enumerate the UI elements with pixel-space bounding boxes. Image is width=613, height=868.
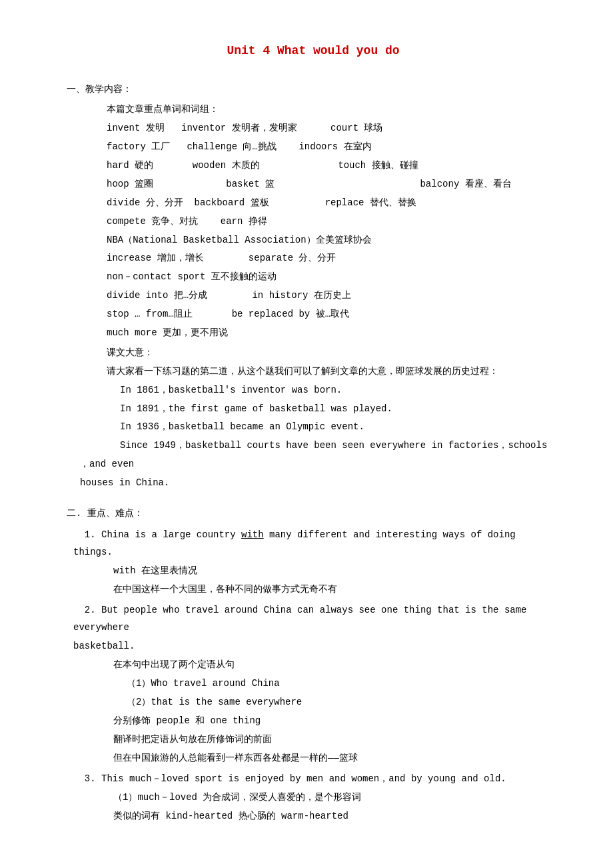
page-title: Unit 4 What would you do [67, 40, 560, 61]
item2-text: 2. But people who travel around China ca… [73, 602, 560, 637]
vocab-line-10: divide into 把…分成 in history 在历史上 [107, 287, 560, 305]
item2-text2: basketball. [73, 638, 560, 655]
meaning-header: 课文大意： [107, 345, 560, 362]
vocab-line-8: increase 增加，增长 separate 分、分开 [107, 250, 560, 267]
meaning-text: 请大家看一下练习题的第二道，从这个题我们可以了解到文章的大意，即篮球发展的历史过… [107, 363, 560, 381]
vocab-line-9: non－contact sport 互不接触的运动 [107, 269, 560, 286]
section2: 二. 重点、难点： 1. China is a large country wi… [67, 505, 560, 825]
vocab-line-1: invent 发明 inventor 发明者，发明家 court 球场 [107, 120, 560, 137]
underline-with: with [241, 529, 264, 540]
history-line-6: houses in China. [80, 475, 560, 492]
vocab-line-5: divide 分、分开 backboard 篮板 replace 替代、替换 [107, 195, 560, 212]
section2-item-2: 2. But people who travel around China ca… [73, 602, 560, 767]
section2-item-3: 3. This much－loved sport is enjoyed by m… [73, 771, 560, 825]
section2-header: 二. 重点、难点： [67, 505, 560, 523]
vocab-lines: invent 发明 inventor 发明者，发明家 court 球场 fact… [80, 120, 560, 342]
history-line-3: In 1936，basketball became an Olympic eve… [120, 419, 560, 436]
vocab-line-2: factory 工厂 challenge 向…挑战 indoors 在室内 [107, 139, 560, 156]
vocab-line-4: hoop 篮圈 basket 篮 balcony 看座、看台 [107, 176, 560, 193]
vocab-line-7: NBA（National Basketball Association）全美篮球… [107, 232, 560, 249]
item3-text: 3. This much－loved sport is enjoyed by m… [73, 771, 560, 788]
history-line-1: In 1861，basketball's inventor was born. [120, 382, 560, 399]
item2-sub6: 但在中国旅游的人总能看到一样东西各处都是一样的——篮球 [113, 750, 560, 767]
item2-sub5: 翻译时把定语从句放在所修饰词的前面 [113, 731, 560, 749]
item2-sub3: （2）that is the same everywhere [127, 694, 560, 711]
vocab-line-11: stop … from…阻止 be replaced by 被…取代 [107, 306, 560, 323]
vocab-line-3: hard 硬的 wooden 木质的 touch 接触、碰撞 [107, 157, 560, 175]
history-line-4: Since 1949，basketball courts have been s… [120, 437, 560, 455]
history-lines: In 1861，basketball's inventor was born. … [120, 382, 560, 455]
section1: 一、教学内容： 本篇文章重点单词和词组： invent 发明 inventor … [67, 81, 560, 492]
section1-header: 一、教学内容： [67, 81, 560, 99]
section1-intro: 本篇文章重点单词和词组： [107, 101, 560, 119]
item3-sub1: （1）much－loved 为合成词，深受人喜爱的，是个形容词 [113, 789, 560, 807]
history-line-5: ，and even [80, 456, 560, 473]
vocab-line-6: compete 竞争、对抗 earn 挣得 [107, 213, 560, 231]
item2-sub1: 在本句中出现了两个定语从句 [113, 657, 560, 674]
item2-sub2: （1）Who travel around China [127, 675, 560, 693]
item2-sub4: 分别修饰 people 和 one thing [113, 713, 560, 730]
item3-sub2: 类似的词有 kind-hearted 热心肠的 warm-hearted [113, 808, 560, 825]
item1-sub1: with 在这里表情况 [113, 563, 560, 580]
vocab-line-12: much more 更加，更不用说 [107, 325, 560, 342]
item1-text: 1. China is a large country with many di… [73, 527, 560, 561]
item1-sub2: 在中国这样一个大国里，各种不同的做事方式无奇不有 [113, 581, 560, 599]
section2-item-1: 1. China is a large country with many di… [73, 527, 560, 599]
history-line-2: In 1891，the first game of basketball was… [120, 401, 560, 418]
